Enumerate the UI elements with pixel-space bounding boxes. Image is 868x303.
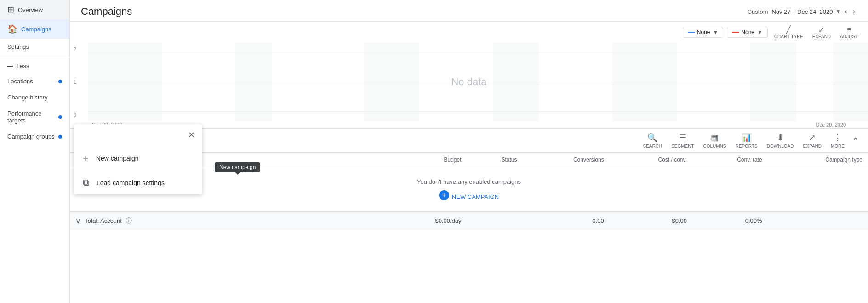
adjust-label: ADJUST bbox=[840, 34, 858, 39]
less-dash-icon bbox=[7, 66, 13, 67]
expand-table-label: EXPAND bbox=[803, 144, 822, 149]
expand-table-icon: ⤢ bbox=[809, 133, 816, 143]
series-btn-2[interactable]: None ▼ bbox=[727, 27, 768, 38]
col-budget[interactable]: Budget bbox=[389, 153, 467, 167]
sidebar: ⊞ Overview 🏠 Campaigns Settings Less Loc… bbox=[0, 0, 70, 303]
total-status bbox=[467, 212, 523, 230]
sidebar-item-campaign-groups[interactable]: Campaign groups bbox=[0, 128, 69, 145]
sidebar-item-change-history[interactable]: Change history bbox=[0, 89, 69, 105]
chart-y-label-0: 0 bbox=[74, 112, 76, 117]
sidebar-label-performance-targets: Performance targets bbox=[7, 110, 57, 124]
total-expand: ∨ Total: Account ⓘ bbox=[75, 216, 383, 225]
chart-y-label-2: 2 bbox=[74, 47, 76, 52]
tooltip-new-campaign: New campaign bbox=[215, 162, 260, 172]
series-line-red bbox=[732, 32, 739, 33]
columns-button[interactable]: ▦ COLUMNS bbox=[700, 132, 730, 150]
reports-button[interactable]: 📊 REPORTS bbox=[732, 132, 761, 150]
total-label-cell: ∨ Total: Account ⓘ bbox=[70, 212, 389, 230]
date-range-label: Custom bbox=[748, 8, 768, 15]
sidebar-label-campaign-groups: Campaign groups bbox=[7, 133, 57, 140]
sidebar-item-campaigns[interactable]: 🏠 Campaigns bbox=[0, 19, 69, 39]
collapse-button[interactable]: ⌃ bbox=[850, 134, 861, 148]
home-filled-icon: 🏠 bbox=[7, 24, 17, 34]
segment-label: SEGMENT bbox=[671, 144, 694, 149]
col-conversions[interactable]: Conversions bbox=[523, 153, 610, 167]
svg-rect-8 bbox=[750, 43, 796, 121]
col-conv-rate[interactable]: Conv. rate bbox=[692, 153, 768, 167]
line-chart-icon: ╱ bbox=[786, 25, 791, 34]
adjust-icon: ≡ bbox=[847, 26, 851, 34]
more-label: MORE bbox=[831, 144, 845, 149]
expand-icon: ⤢ bbox=[818, 25, 824, 34]
chart-y-label-1: 1 bbox=[74, 79, 76, 85]
segment-button[interactable]: ☰ SEGMENT bbox=[668, 132, 697, 150]
adjust-chart-button[interactable]: ≡ ADJUST bbox=[837, 25, 861, 40]
close-icon: ✕ bbox=[188, 130, 195, 140]
expand-table-button[interactable]: ⤢ EXPAND bbox=[799, 132, 825, 150]
plus-icon: + bbox=[83, 152, 89, 164]
table-actions: 🔍 SEARCH ☰ SEGMENT ▦ COLUMNS 📊 REPORTS ⬇ bbox=[639, 132, 861, 150]
chart-x-end: Dec 20, 2020 bbox=[816, 122, 846, 128]
chart-type-label: CHART TYPE bbox=[774, 34, 803, 39]
sidebar-label-locations: Locations bbox=[7, 78, 57, 85]
dropdown-item-new-campaign[interactable]: + New campaign bbox=[74, 146, 202, 171]
more-button[interactable]: ⋮ MORE bbox=[827, 132, 848, 150]
campaign-groups-dot bbox=[58, 135, 62, 139]
series-2-dropdown-icon: ▼ bbox=[757, 29, 763, 35]
col-cost-per-conv[interactable]: Cost / conv. bbox=[610, 153, 692, 167]
total-budget: $0.00/day bbox=[389, 212, 467, 230]
series-1-label: None bbox=[697, 29, 710, 35]
date-prev-button[interactable]: ‹ bbox=[843, 6, 849, 17]
download-button[interactable]: ⬇ DOWNLOAD bbox=[763, 132, 798, 150]
sidebar-divider bbox=[0, 57, 69, 57]
home-icon: ⊞ bbox=[7, 5, 14, 15]
svg-rect-5 bbox=[364, 43, 419, 121]
chart-y-axis: 2 1 0 bbox=[70, 43, 80, 121]
sidebar-label-campaigns: Campaigns bbox=[21, 26, 62, 33]
dropdown-new-campaign-label: New campaign bbox=[96, 155, 139, 162]
header-bar: Campaigns Custom Nov 27 – Dec 24, 2020 ▼… bbox=[70, 0, 868, 22]
date-range-control: Custom Nov 27 – Dec 24, 2020 ▼ ‹ › bbox=[748, 6, 857, 17]
new-campaign-dropdown: ✕ + New campaign ⧉ Load campaign setting… bbox=[74, 124, 202, 194]
col-status[interactable]: Status bbox=[467, 153, 523, 167]
total-info-icon: ⓘ bbox=[126, 217, 132, 225]
chart-svg bbox=[70, 43, 868, 121]
new-campaign-link[interactable]: NEW CAMPAIGN bbox=[452, 193, 499, 200]
close-dropdown-button[interactable]: ✕ bbox=[186, 128, 197, 142]
sidebar-less[interactable]: Less bbox=[0, 59, 69, 73]
search-label: SEARCH bbox=[643, 144, 662, 149]
expand-chart-button[interactable]: ⤢ EXPAND bbox=[810, 24, 834, 40]
columns-icon: ▦ bbox=[711, 133, 719, 143]
total-chevron-icon[interactable]: ∨ bbox=[75, 216, 81, 225]
columns-label: COLUMNS bbox=[703, 144, 726, 149]
svg-rect-7 bbox=[612, 43, 677, 121]
locations-dot bbox=[58, 80, 62, 83]
col-campaign-type[interactable]: Campaign type bbox=[768, 153, 868, 167]
sidebar-less-label: Less bbox=[17, 63, 29, 70]
series-btn-1[interactable]: None ▼ bbox=[683, 27, 724, 38]
sidebar-item-settings[interactable]: Settings bbox=[0, 39, 69, 55]
chart-type-button[interactable]: ╱ CHART TYPE bbox=[771, 24, 806, 40]
page-title: Campaigns bbox=[81, 6, 132, 17]
dropdown-item-load-campaign[interactable]: ⧉ Load campaign settings bbox=[74, 171, 202, 194]
chart-toolbar: None ▼ None ▼ ╱ CHART TYPE ⤢ EXPAND ≡ bbox=[70, 22, 868, 43]
date-dropdown-icon[interactable]: ▼ bbox=[835, 8, 841, 15]
date-next-button[interactable]: › bbox=[851, 6, 857, 17]
sidebar-item-performance-targets[interactable]: Performance targets bbox=[0, 105, 69, 128]
more-icon: ⋮ bbox=[834, 133, 842, 143]
reports-icon: 📊 bbox=[742, 133, 752, 143]
svg-rect-9 bbox=[833, 43, 868, 121]
series-line-blue bbox=[688, 32, 695, 33]
total-label: Total: Account bbox=[85, 217, 122, 224]
segment-icon: ☰ bbox=[679, 133, 686, 143]
download-label: DOWNLOAD bbox=[767, 144, 794, 149]
collapse-icon: ⌃ bbox=[852, 136, 859, 146]
search-button[interactable]: 🔍 SEARCH bbox=[639, 132, 666, 150]
expand-label: EXPAND bbox=[812, 34, 831, 39]
sidebar-item-overview[interactable]: ⊞ Overview bbox=[0, 0, 69, 19]
sidebar-item-locations[interactable]: Locations bbox=[0, 73, 69, 89]
svg-rect-4 bbox=[235, 43, 272, 121]
sidebar-label-change-history: Change history bbox=[7, 94, 62, 101]
total-campaign-type bbox=[768, 212, 868, 230]
total-row: ∨ Total: Account ⓘ $0.00/day 0.00 $0.00 … bbox=[70, 212, 868, 230]
